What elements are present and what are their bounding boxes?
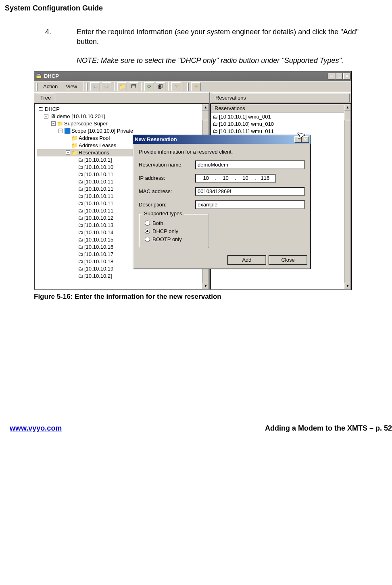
- back-button[interactable]: ⇦: [90, 82, 100, 91]
- column-header[interactable]: Reservations: [211, 104, 350, 112]
- doc-title: System Configuration Guide: [5, 4, 387, 12]
- tree-root: DHCP: [45, 106, 60, 113]
- tree-item[interactable]: [10.10.10.2]: [84, 273, 112, 280]
- label-ip-address: IP address:: [139, 175, 195, 181]
- radio-dhcp-only[interactable]: DHCP only: [145, 228, 203, 234]
- reservation-icon: 🗂: [77, 251, 83, 258]
- pane-title: Reservations: [212, 94, 350, 102]
- radio-bootp-only[interactable]: BOOTP only: [145, 236, 203, 242]
- star-button[interactable]: ✳: [191, 82, 201, 91]
- ip-octet[interactable]: 116: [257, 175, 273, 181]
- label-description: Description:: [139, 202, 195, 208]
- group-legend: Supported types: [142, 210, 184, 217]
- tree-item[interactable]: [10.10.10.11: [84, 171, 113, 178]
- tree-item[interactable]: [10.10.10.11: [84, 200, 113, 207]
- tree-item[interactable]: [10.10.10.18: [84, 258, 113, 265]
- reservation-icon: 🗂: [77, 171, 83, 178]
- list-item[interactable]: [10.10.10.10] wmu_010: [219, 121, 274, 127]
- folder-icon: 📁: [71, 150, 78, 156]
- mac-address-input[interactable]: [195, 187, 305, 196]
- refresh-icon: ⟳: [147, 83, 152, 90]
- tree-item[interactable]: [10.10.10.11: [84, 178, 113, 185]
- minus-icon[interactable]: −: [51, 121, 56, 126]
- scrollbar[interactable]: ▲ ▼: [344, 104, 350, 289]
- scroll-thumb[interactable]: [202, 110, 209, 120]
- description-input[interactable]: [195, 200, 305, 209]
- grip-icon: [36, 83, 38, 91]
- ip-octet[interactable]: 10: [217, 175, 234, 181]
- tree-item[interactable]: [10.10.10.11: [84, 207, 113, 214]
- folder-icon: 📁: [57, 121, 63, 127]
- note-text: NOTE: Make sure to select the "DHCP only…: [77, 56, 363, 65]
- tree-item[interactable]: [10.10.10.1]: [84, 156, 112, 164]
- ip-octet[interactable]: 10: [237, 175, 254, 181]
- reservation-icon: 🗂: [77, 208, 83, 214]
- console-button[interactable]: 🗔: [129, 82, 138, 91]
- tree-address-pool[interactable]: Address Pool: [79, 135, 110, 142]
- reservation-icon: 🗂: [77, 266, 83, 272]
- svg-rect-1: [37, 74, 40, 75]
- tree-item[interactable]: [10.10.10.16: [84, 244, 113, 251]
- list-item[interactable]: [10.10.10.1] wmu_001: [219, 114, 271, 120]
- refresh-button[interactable]: ⟳: [144, 82, 154, 91]
- help-toolbar-button[interactable]: ?: [171, 82, 181, 91]
- maximize-button[interactable]: ▢: [336, 73, 343, 79]
- reservation-icon: 🗂: [77, 222, 83, 229]
- add-button[interactable]: Add: [227, 255, 266, 265]
- tree-superscope[interactable]: Superscope Super: [64, 120, 108, 127]
- tree-reservations[interactable]: Reservations: [79, 149, 109, 156]
- tree-address-leases[interactable]: Address Leases: [79, 142, 116, 149]
- dialog-title: New Reservation: [135, 136, 177, 142]
- tree-tab[interactable]: Tree: [36, 94, 55, 102]
- folder-icon: 📁: [71, 142, 78, 149]
- menu-action[interactable]: Action: [40, 83, 61, 90]
- export-button[interactable]: 🗐: [156, 82, 165, 91]
- close-dialog-button[interactable]: Close: [269, 255, 307, 265]
- up-button[interactable]: 📁: [117, 82, 127, 91]
- dialog-close-button[interactable]: ✕: [302, 136, 309, 143]
- minus-icon[interactable]: −: [44, 114, 48, 119]
- tree-item[interactable]: [10.10.10.11: [84, 185, 113, 193]
- minus-icon[interactable]: −: [66, 150, 70, 155]
- tree-server[interactable]: demo [10.10.10.201]: [57, 113, 105, 120]
- scroll-down-icon[interactable]: ▼: [344, 283, 351, 289]
- scroll-up-icon[interactable]: ▲: [344, 104, 351, 110]
- window-icon: 🗔: [131, 83, 136, 90]
- footer-url[interactable]: www.vyyo.com: [10, 424, 62, 433]
- menubar: Action View ⇦ ⇨ 📁 🗔 ⟳ 🗐 ? ✳: [34, 81, 351, 92]
- scroll-thumb[interactable]: [344, 110, 351, 120]
- menu-view[interactable]: View: [63, 83, 80, 90]
- tree-item[interactable]: [10.10.10.11: [84, 193, 113, 200]
- scroll-down-icon[interactable]: ▼: [202, 283, 209, 289]
- minimize-button[interactable]: ━: [328, 73, 335, 79]
- sparkle-icon: ✳: [194, 83, 198, 90]
- tree-item[interactable]: [10.10.10.10: [84, 164, 113, 171]
- server-icon: 🖥: [50, 113, 56, 120]
- help-button[interactable]: ?: [294, 136, 302, 143]
- tree-item[interactable]: [10.10.10.14: [84, 229, 113, 236]
- tree-item[interactable]: [10.10.10.12: [84, 214, 113, 222]
- tree-item[interactable]: [10.10.10.15: [84, 236, 113, 244]
- radio-label: BOOTP only: [152, 236, 182, 242]
- forward-button[interactable]: ⇨: [102, 82, 111, 91]
- reservation-icon: 🗂: [77, 244, 83, 250]
- arrow-left-icon: ⇦: [93, 83, 98, 90]
- close-button[interactable]: ✕: [343, 73, 350, 79]
- export-icon: 🗐: [158, 83, 163, 90]
- list-item[interactable]: [10.10.10.11] wmu_011: [219, 128, 274, 134]
- tree-scope[interactable]: Scope [10.10.10.0] Private: [71, 127, 133, 135]
- ip-octet[interactable]: 10: [198, 175, 214, 181]
- tree-item[interactable]: [10.10.10.19: [84, 265, 113, 273]
- minus-icon[interactable]: −: [58, 129, 63, 133]
- scroll-up-icon[interactable]: ▲: [202, 104, 209, 110]
- tree-item[interactable]: [10.10.10.13: [84, 222, 113, 229]
- label-reservation-name: Reservation name:: [139, 162, 195, 168]
- radio-both[interactable]: Both: [145, 220, 203, 226]
- tree-item[interactable]: [10.10.10.17: [84, 251, 113, 258]
- footer-page-label: Adding a Modem to the XMTS – p. 52: [265, 424, 392, 433]
- step-text: Enter the required information (see your…: [77, 27, 363, 47]
- reservation-name-input[interactable]: [195, 160, 305, 169]
- reservation-icon: 🗂: [77, 186, 83, 192]
- ip-address-input[interactable]: 10. 10. 10. 116: [195, 174, 276, 183]
- supported-types-group: Supported types Both DHCP only BOOTP onl…: [139, 214, 209, 248]
